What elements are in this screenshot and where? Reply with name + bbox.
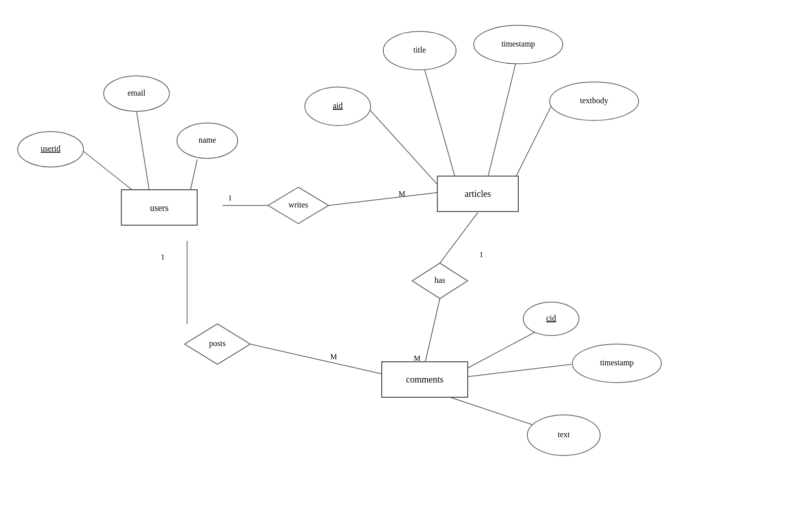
attr-timestamp-c-label: timestamp xyxy=(600,358,634,367)
card-users-writes: 1 xyxy=(228,194,232,202)
line-timestamp-comments xyxy=(465,364,571,377)
line-articles-has xyxy=(440,213,478,263)
attr-textbody-label: textbody xyxy=(580,96,608,105)
line-text-comments xyxy=(450,397,541,428)
line-posts-comments xyxy=(250,344,384,374)
er-diagram: userid email name aid title timestamp te… xyxy=(0,0,812,505)
line-timestamp-articles xyxy=(488,63,516,177)
card-users-posts: 1 xyxy=(161,253,165,261)
line-textbody-articles xyxy=(516,106,551,177)
entity-comments-label: comments xyxy=(406,374,443,385)
card-comments-has: M xyxy=(414,354,420,362)
entity-users-label: users xyxy=(150,203,169,213)
attr-text-label: text xyxy=(558,430,570,439)
card-articles-has: 1 xyxy=(479,250,483,259)
rel-writes-label: writes xyxy=(288,200,308,209)
line-has-comments xyxy=(425,299,440,364)
card-articles-writes: M xyxy=(398,190,405,198)
card-comments-posts: M xyxy=(330,353,337,361)
line-title-articles xyxy=(425,70,455,177)
rel-has-label: has xyxy=(434,276,445,284)
attr-aid-label: aid xyxy=(333,101,343,110)
line-writes-articles xyxy=(329,192,440,205)
line-cid-comments xyxy=(465,329,541,369)
entity-articles-label: articles xyxy=(465,189,491,199)
attr-userid-label: userid xyxy=(40,144,60,153)
attr-title-label: title xyxy=(414,46,426,54)
rel-posts-label: posts xyxy=(209,339,226,348)
attr-timestamp-a-label: timestamp xyxy=(502,39,535,49)
attr-cid-label: cid xyxy=(546,314,556,322)
line-aid-articles xyxy=(367,106,440,187)
attr-name-label: name xyxy=(199,136,216,144)
attr-email-label: email xyxy=(127,89,146,97)
